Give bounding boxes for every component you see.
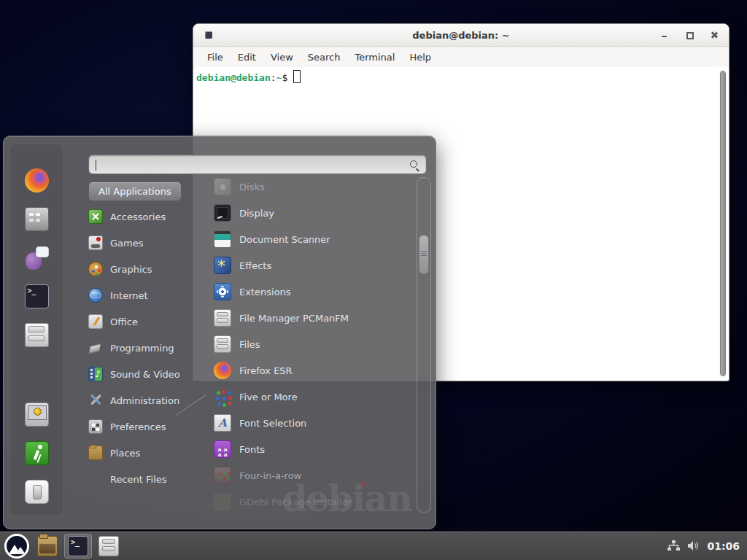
taskbar-folder-button[interactable]	[34, 534, 61, 559]
app-label: Document Scanner	[239, 234, 330, 245]
terminal-scrollbar-thumb[interactable]	[720, 71, 726, 376]
category-places[interactable]: Places	[88, 440, 205, 466]
app-fonts[interactable]: Fonts	[209, 436, 417, 462]
taskbar-launchers	[0, 534, 123, 559]
taskbar-menubtn-button[interactable]	[3, 534, 31, 559]
taskbar-file-cabinet-button[interactable]	[95, 534, 123, 559]
app-label: File Manager PCManFM	[239, 313, 349, 324]
category-sound-video[interactable]: Sound & Video	[88, 361, 205, 387]
menu-search-input[interactable]	[89, 155, 426, 174]
category-internet[interactable]: Internet	[88, 282, 205, 308]
category-label: Internet	[110, 290, 148, 301]
firefox-icon	[25, 168, 49, 192]
disks-icon	[214, 178, 231, 195]
app-document-scanner[interactable]: Document Scanner	[209, 226, 417, 252]
menu-search[interactable]	[88, 155, 427, 174]
system-tray: 01:06	[667, 540, 747, 552]
sound-video-icon	[88, 367, 103, 381]
extensions-icon	[214, 283, 231, 300]
favorite-packages[interactable]	[23, 206, 50, 231]
category-preferences[interactable]: Preferences	[88, 413, 205, 440]
category-all-applications[interactable]: All Applications	[88, 182, 182, 201]
terminal-cursor	[293, 70, 301, 83]
session-screensaver[interactable]	[23, 402, 50, 427]
favorite-pidgin[interactable]	[23, 245, 50, 270]
maximize-button[interactable]	[685, 31, 694, 39]
packages-icon	[25, 207, 49, 231]
category-label: Accessories	[110, 211, 166, 222]
category-label: Graphics	[110, 264, 152, 275]
administration-icon	[88, 393, 103, 408]
terminal-menu-view[interactable]: View	[265, 50, 299, 65]
pidgin-icon	[25, 246, 49, 270]
category-label: Places	[110, 448, 140, 459]
app-label: Five or More	[239, 392, 298, 402]
graphics-icon	[88, 262, 103, 276]
terminal-icon	[25, 284, 49, 308]
session-logout[interactable]	[23, 440, 50, 465]
firefox-icon	[214, 362, 231, 379]
accessories-icon	[88, 209, 103, 224]
category-label: Office	[110, 316, 138, 327]
display-icon	[214, 204, 231, 222]
office-icon	[88, 314, 103, 329]
app-disks[interactable]: Disks	[209, 174, 417, 200]
preferences-icon	[88, 419, 103, 434]
category-graphics[interactable]: Graphics	[88, 256, 205, 282]
app-files[interactable]: Files	[209, 331, 417, 357]
network-icon[interactable]	[667, 540, 680, 551]
terminal-scrollbar[interactable]	[719, 69, 727, 378]
category-games[interactable]: Games	[88, 230, 205, 256]
app-display[interactable]: Display	[209, 200, 417, 226]
app-firefox-esr[interactable]: Firefox ESR	[209, 357, 417, 384]
terminal-prompt: debian@debian:~$	[196, 70, 301, 83]
app-extensions[interactable]: Extensions	[209, 279, 417, 305]
category-label: Administration	[110, 395, 179, 406]
file-cabinet-icon	[214, 335, 231, 353]
app-label: Disks	[239, 182, 265, 192]
four-in-a-row-icon	[214, 467, 231, 484]
favorite-firefox[interactable]	[23, 168, 50, 192]
app-font-selection[interactable]: Font Selection	[209, 410, 417, 436]
app-effects[interactable]: Effects	[209, 252, 417, 279]
terminal-menu-edit[interactable]: Edit	[232, 50, 262, 65]
terminal-menubar: FileEditViewSearchTerminalHelp	[193, 47, 729, 68]
logout-icon	[25, 441, 49, 465]
screensaver-icon	[25, 402, 49, 427]
menubtn-icon	[4, 534, 29, 559]
app-label: Files	[239, 339, 260, 350]
terminal-menu-search[interactable]: Search	[302, 50, 347, 65]
category-office[interactable]: Office	[88, 308, 205, 335]
volume-icon[interactable]	[687, 540, 700, 551]
favorite-file-cabinet[interactable]	[23, 322, 50, 347]
close-button[interactable]	[710, 31, 719, 39]
app-label: Fonts	[239, 444, 265, 455]
taskbar-terminal-button[interactable]	[64, 534, 92, 559]
search-icon	[409, 160, 420, 171]
app-label: Firefox ESR	[239, 365, 293, 376]
gdebi-icon	[214, 493, 231, 510]
app-file-manager-pcmanfm[interactable]: File Manager PCManFM	[209, 305, 417, 331]
terminal-menu-file[interactable]: File	[201, 50, 229, 65]
minimize-button[interactable]	[660, 31, 669, 39]
five-or-more-icon	[214, 388, 231, 405]
favorite-terminal[interactable]	[23, 284, 50, 308]
app-five-or-more[interactable]: Five or More	[209, 384, 417, 410]
menu-scrollbar[interactable]	[417, 177, 431, 513]
menu-scrollbar-thumb[interactable]	[419, 235, 429, 274]
category-administration[interactable]: Administration	[88, 387, 205, 413]
terminal-menu-terminal[interactable]: Terminal	[349, 50, 400, 65]
scanner-icon	[214, 230, 231, 248]
category-programming[interactable]: Programming	[88, 335, 205, 361]
clock[interactable]: 01:06	[707, 540, 740, 552]
terminal-titlebar[interactable]: debian@debian: ~	[193, 24, 729, 47]
session-shutdown[interactable]	[23, 479, 50, 504]
category-accessories[interactable]: Accessories	[88, 203, 205, 230]
prompt-user-host: debian@debian	[196, 72, 271, 83]
desktop: debian@debian: ~ FileEditViewSearchTermi…	[0, 0, 747, 560]
terminal-title: debian@debian: ~	[193, 30, 729, 41]
terminal-menu-help[interactable]: Help	[403, 50, 437, 65]
app-label: Extensions	[239, 287, 291, 298]
category-recent-files[interactable]: Recent Files	[88, 466, 205, 492]
fonts-icon	[214, 440, 231, 458]
